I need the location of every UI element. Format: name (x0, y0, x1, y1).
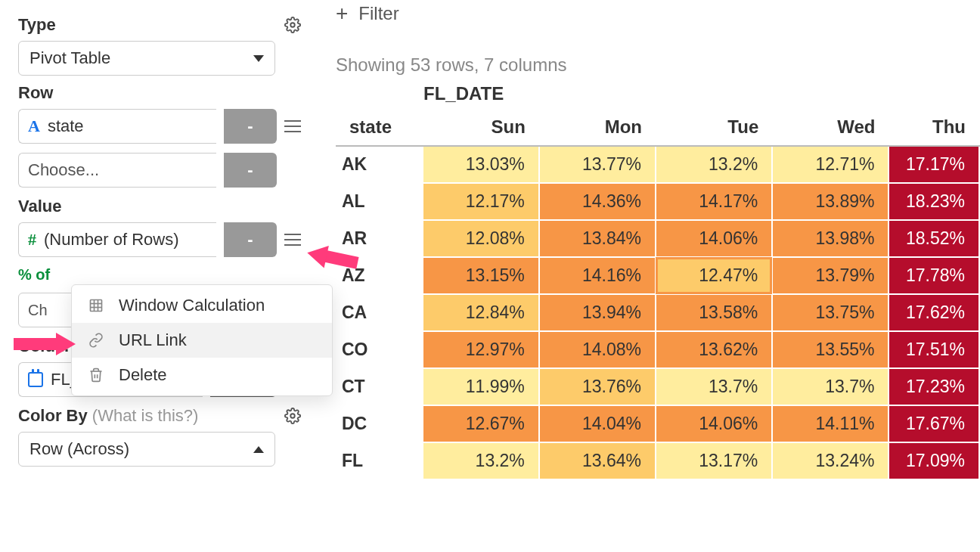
cell[interactable]: 13.84% (539, 220, 656, 257)
cell[interactable]: 12.71% (772, 146, 889, 183)
table-row: DC12.67%14.04%14.06%14.11%17.67% (336, 405, 979, 442)
row-state-label[interactable]: CA (336, 294, 423, 331)
row-state-label[interactable]: FL (336, 442, 423, 479)
colorby-gear-icon[interactable] (284, 408, 301, 424)
row-choose-func[interactable]: - (224, 153, 277, 188)
cell[interactable]: 13.7% (772, 368, 889, 405)
row-state-label[interactable]: CT (336, 368, 423, 405)
cell[interactable]: 11.99% (423, 368, 539, 405)
cell[interactable]: 12.67% (423, 405, 539, 442)
filter-label: Filter (358, 3, 399, 24)
menu-label: Window Calculation (119, 296, 265, 315)
cell[interactable]: 13.7% (656, 368, 772, 405)
cell[interactable]: 12.08% (423, 220, 539, 257)
cell[interactable]: 14.08% (539, 331, 656, 368)
row-add-row: Choose... - (18, 153, 301, 188)
trash-icon (87, 367, 105, 383)
menu-window-calculation[interactable]: Window Calculation (72, 288, 332, 323)
svg-rect-2 (91, 300, 102, 312)
cell[interactable]: 17.62% (889, 294, 979, 331)
row-label: Row (18, 83, 301, 103)
value-func-box[interactable]: - (224, 222, 277, 257)
cell[interactable]: 17.51% (889, 331, 979, 368)
cell[interactable]: 17.17% (889, 146, 979, 183)
menu-delete[interactable]: Delete (72, 358, 332, 392)
cell[interactable]: 14.17% (656, 183, 772, 220)
cell[interactable]: 13.62% (656, 331, 772, 368)
row-state-label[interactable]: CO (336, 331, 423, 368)
cell[interactable]: 12.84% (423, 294, 539, 331)
cell[interactable]: 13.17% (656, 442, 772, 479)
cell[interactable]: 13.24% (772, 442, 889, 479)
row-func-box[interactable]: - (224, 109, 277, 144)
col-sun[interactable]: Sun (423, 109, 539, 146)
table-row: AZ13.15%14.16%12.47%13.79%17.78% (336, 257, 979, 294)
main-panel: + Filter Showing 53 rows, 7 columns FL_D… (319, 0, 980, 552)
cell[interactable]: 13.77% (539, 146, 656, 183)
row-field-box[interactable]: A state (18, 109, 216, 144)
cell[interactable]: 13.2% (656, 146, 772, 183)
cell[interactable]: 12.17% (423, 183, 539, 220)
col-thu[interactable]: Thu (889, 109, 979, 146)
col-tue[interactable]: Tue (656, 109, 772, 146)
cell[interactable]: 17.67% (889, 405, 979, 442)
table-row: CA12.84%13.94%13.58%13.75%17.62% (336, 294, 979, 331)
value-menu-icon[interactable] (284, 234, 301, 246)
menu-url-link[interactable]: URL Link (72, 323, 332, 358)
type-settings-gear-icon[interactable] (284, 17, 301, 33)
cell[interactable]: 14.06% (656, 220, 772, 257)
cell[interactable]: 18.52% (889, 220, 979, 257)
type-value: Pivot Table (29, 48, 110, 68)
cell[interactable]: 13.75% (772, 294, 889, 331)
row-menu-icon[interactable] (284, 120, 301, 132)
value-label: Value (18, 197, 301, 216)
cell[interactable]: 13.2% (423, 442, 539, 479)
cell[interactable]: 17.23% (889, 368, 979, 405)
cell[interactable]: 14.06% (656, 405, 772, 442)
cell[interactable]: 13.98% (772, 220, 889, 257)
value-context-menu: Window Calculation URL Link Delete (71, 284, 333, 396)
value-field-row: # (Number of Rows) - (18, 222, 301, 257)
colorby-select[interactable]: Row (Across) (18, 432, 275, 467)
row-state-label[interactable]: AL (336, 183, 423, 220)
col-state[interactable]: state (336, 109, 423, 146)
pivot-table: state Sun Mon Tue Wed Thu AK13.03%13.77%… (336, 109, 980, 480)
type-label-row: Type (18, 15, 301, 35)
add-filter-button[interactable]: + Filter (336, 2, 980, 26)
text-type-icon: A (28, 116, 40, 136)
cell[interactable]: 13.79% (772, 257, 889, 294)
row-field-value: state (48, 116, 84, 136)
row-field-row: A state - (18, 109, 301, 144)
value-field-box[interactable]: # (Number of Rows) (18, 222, 216, 257)
cell[interactable]: 13.94% (539, 294, 656, 331)
svg-point-0 (290, 23, 295, 27)
showing-text: Showing 53 rows, 7 columns (336, 54, 980, 76)
cell[interactable]: 13.76% (539, 368, 656, 405)
cell[interactable]: 12.47% (656, 257, 772, 294)
cell[interactable]: 13.89% (772, 183, 889, 220)
cell[interactable]: 17.78% (889, 257, 979, 294)
plus-icon: + (336, 2, 348, 26)
cell[interactable]: 18.23% (889, 183, 979, 220)
cell[interactable]: 17.09% (889, 442, 979, 479)
cell[interactable]: 13.55% (772, 331, 889, 368)
cell[interactable]: 13.15% (423, 257, 539, 294)
row-state-label[interactable]: AR (336, 220, 423, 257)
cell[interactable]: 13.03% (423, 146, 539, 183)
value-field-value: (Number of Rows) (44, 230, 178, 250)
row-state-label[interactable]: AK (336, 146, 423, 183)
col-wed[interactable]: Wed (772, 109, 889, 146)
cell[interactable]: 14.16% (539, 257, 656, 294)
cell[interactable]: 14.36% (539, 183, 656, 220)
cell[interactable]: 14.04% (539, 405, 656, 442)
type-label: Type (18, 15, 56, 35)
row-state-label[interactable]: DC (336, 405, 423, 442)
row-choose-box[interactable]: Choose... (18, 153, 216, 188)
cell[interactable]: 14.11% (772, 405, 889, 442)
type-select[interactable]: Pivot Table (18, 41, 275, 76)
cell[interactable]: 13.58% (656, 294, 772, 331)
cell[interactable]: 12.97% (423, 331, 539, 368)
cell[interactable]: 13.64% (539, 442, 656, 479)
colorby-hint[interactable]: (What is this?) (92, 406, 199, 425)
col-mon[interactable]: Mon (539, 109, 656, 146)
